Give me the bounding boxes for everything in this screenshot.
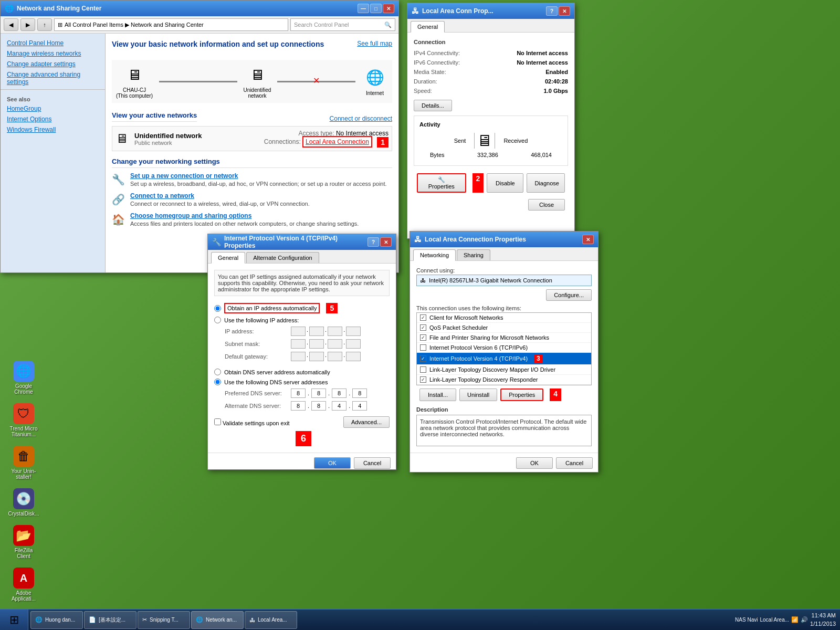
tcpip-help-button[interactable]: ? bbox=[368, 237, 379, 247]
activity-diagram: Sent 🖥 Received bbox=[419, 132, 562, 150]
tcpip-tab-alternate[interactable]: Alternate Configuration bbox=[246, 252, 319, 263]
taskbar-tray: NAS Navi Local Area... 📶 🔊 11:43 AM 1/11… bbox=[731, 612, 840, 628]
items-list: ✓ Client for Microsoft Networks ✓ QoS Pa… bbox=[416, 312, 592, 385]
tcpip-tab-general[interactable]: General bbox=[211, 252, 245, 264]
lac-props-ok-button[interactable]: OK bbox=[516, 457, 553, 469]
desktop-icon-trend-micro[interactable]: 🛡 Trend Micro Titanium... bbox=[5, 401, 42, 439]
ipv6-value: No Internet access bbox=[517, 59, 568, 66]
desktop-icon-google-chrome[interactable]: 🌐 Google Chrome bbox=[5, 359, 42, 397]
qos-label: QoS Packet Scheduler bbox=[429, 324, 488, 331]
lac-status-title-icon: 🖧 bbox=[412, 7, 419, 15]
step6-container: 6 bbox=[214, 431, 390, 446]
taskbar-network[interactable]: 🌐 Network an... bbox=[191, 611, 244, 629]
disable-button[interactable]: Disable bbox=[487, 173, 523, 193]
list-item-file-sharing[interactable]: ✓ File and Printer Sharing for Microsoft… bbox=[417, 333, 591, 343]
step3-badge: 3 bbox=[534, 354, 543, 363]
checkbox-qos[interactable]: ✓ bbox=[420, 324, 426, 331]
checkbox-file-sharing[interactable]: ✓ bbox=[420, 334, 426, 341]
desktop-icon-your-uninstaller[interactable]: 🗑 Your Unin-staller! bbox=[5, 444, 42, 482]
lac-props-properties-button[interactable]: Properties bbox=[500, 388, 543, 401]
checkbox-ipv6[interactable] bbox=[420, 344, 426, 351]
desktop-icons-container: 🌐 Google Chrome 🛡 Trend Micro Titanium..… bbox=[5, 359, 42, 604]
lac-props-cancel-button[interactable]: Cancel bbox=[556, 457, 593, 469]
bytes-row: Bytes 332,386 468,014 bbox=[419, 150, 562, 160]
properties-button[interactable]: 🔧 Properties bbox=[417, 173, 466, 193]
tcpip-cancel-button[interactable]: Cancel bbox=[354, 457, 391, 469]
tcpip-ok-button[interactable]: OK bbox=[314, 457, 351, 469]
list-item-client[interactable]: ✓ Client for Microsoft Networks bbox=[417, 313, 591, 323]
checkbox-client[interactable]: ✓ bbox=[420, 314, 426, 321]
connect-network-link[interactable]: Connect to a network bbox=[130, 192, 310, 200]
back-button[interactable]: ◀ bbox=[4, 18, 18, 31]
desktop-icon-filezilla[interactable]: 📂 FileZilla Client bbox=[5, 523, 42, 561]
configure-button[interactable]: Configure... bbox=[546, 289, 592, 301]
connections-row: Connections: Local Area Connection 1 bbox=[264, 137, 388, 148]
checkbox-lltd-mapper[interactable] bbox=[420, 366, 426, 373]
details-button[interactable]: Details... bbox=[414, 100, 452, 111]
desktop-icon-adobe[interactable]: A Adobe Applicati... bbox=[5, 565, 42, 604]
network-tray-icon[interactable]: 📶 bbox=[791, 616, 799, 623]
sidebar-control-panel-home[interactable]: Control Panel Home bbox=[1, 38, 105, 48]
start-button[interactable]: ⊞ bbox=[0, 610, 28, 631]
tcpip-close-button[interactable]: ✕ bbox=[380, 237, 392, 247]
diagnose-button[interactable]: Diagnose bbox=[527, 173, 565, 193]
list-item-lltd-responder[interactable]: ✓ Link-Layer Topology Discovery Responde… bbox=[417, 375, 591, 385]
local-area-connection-link[interactable]: Local Area Connection bbox=[302, 136, 372, 148]
lac-status-help-button[interactable]: ? bbox=[546, 6, 558, 16]
lac-status-close-button[interactable]: ✕ bbox=[559, 6, 570, 16]
lac-status-title: Local Area Conn Prop... bbox=[422, 7, 543, 15]
checkbox-ipv4[interactable]: ✓ bbox=[420, 355, 426, 362]
setup-connection-link[interactable]: Set up a new connection or network bbox=[130, 172, 387, 180]
sidebar-internet-options[interactable]: Internet Options bbox=[1, 114, 105, 124]
choose-homegroup-link[interactable]: Choose homegroup and sharing options bbox=[130, 212, 359, 219]
taskbar-local-area[interactable]: 🖧 Local Area... bbox=[245, 611, 297, 629]
taskbar-snipping[interactable]: ✂ Snipping T... bbox=[138, 611, 190, 629]
close-button[interactable]: ✕ bbox=[383, 4, 394, 13]
volume-tray-icon[interactable]: 🔊 bbox=[801, 616, 808, 623]
taskbar-ie[interactable]: 🌐 Huong dan... bbox=[30, 611, 83, 629]
manual-ip-radio[interactable] bbox=[214, 317, 221, 323]
maximize-button[interactable]: □ bbox=[370, 4, 382, 13]
tab-general[interactable]: General bbox=[411, 21, 445, 33]
sidebar-change-advanced-sharing[interactable]: Change advanced sharing settings bbox=[1, 69, 105, 87]
install-button[interactable]: Install... bbox=[419, 388, 456, 401]
subnet-seg-3 bbox=[328, 339, 342, 349]
desktop-icon-crystal-disk[interactable]: 💿 CrystalDisk... bbox=[5, 486, 42, 519]
sidebar-manage-wireless[interactable]: Manage wireless networks bbox=[1, 48, 105, 59]
full-map-link[interactable]: See full map bbox=[357, 40, 392, 47]
connect-network-icon: 🔗 bbox=[112, 193, 125, 206]
connect-disconnect-link[interactable]: Connect or disconnect bbox=[330, 115, 392, 122]
lac-props-close-button[interactable]: ✕ bbox=[582, 235, 594, 244]
up-button[interactable]: ↑ bbox=[37, 18, 52, 31]
lac-status-close-btn[interactable]: Close bbox=[528, 199, 565, 211]
manual-dns-radio[interactable] bbox=[214, 379, 221, 385]
tab-sharing[interactable]: Sharing bbox=[457, 249, 490, 260]
list-item-ipv4[interactable]: ✓ Internet Protocol Version 4 (TCP/IPv4)… bbox=[417, 353, 591, 365]
tab-networking[interactable]: Networking bbox=[413, 249, 456, 261]
manual-ip-label: Use the following IP address: bbox=[224, 317, 299, 323]
minimize-button[interactable]: — bbox=[358, 4, 369, 13]
auto-dns-radio[interactable] bbox=[214, 369, 221, 375]
list-item-lltd-mapper[interactable]: Link-Layer Topology Discovery Mapper I/O… bbox=[417, 365, 591, 375]
sidebar-homegroup[interactable]: HomeGroup bbox=[1, 103, 105, 114]
forward-button[interactable]: ▶ bbox=[20, 18, 35, 31]
list-item-ipv6[interactable]: Internet Protocol Version 6 (TCP/IPv6) bbox=[417, 343, 591, 353]
ipv4-label: IPv4 Connectivity: bbox=[414, 50, 460, 56]
checkbox-lltd-responder[interactable]: ✓ bbox=[420, 376, 426, 383]
setting-homegroup: 🏠 Choose homegroup and sharing options A… bbox=[112, 212, 392, 227]
network-type: Public network bbox=[134, 140, 258, 146]
advanced-button[interactable]: Advanced... bbox=[343, 416, 390, 428]
sidebar-change-adapter[interactable]: Change adapter settings bbox=[1, 59, 105, 69]
validate-checkbox[interactable] bbox=[214, 418, 221, 425]
alt-dns-4: 4 bbox=[352, 401, 367, 411]
uninstall-button[interactable]: Uninstall bbox=[459, 388, 497, 401]
auto-ip-radio[interactable] bbox=[214, 305, 221, 312]
sidebar-windows-firewall[interactable]: Windows Firewall bbox=[1, 124, 105, 135]
taskbar-unknown1[interactable]: 📄 [基本設定... bbox=[84, 611, 136, 629]
tcpip-controls: ? ✕ bbox=[368, 237, 392, 247]
validate-label: Validate settings upon exit bbox=[214, 418, 290, 426]
sent-bytes: 332,386 bbox=[477, 152, 498, 158]
search-box[interactable]: Search Control Panel 🔍 bbox=[290, 18, 395, 31]
list-item-qos[interactable]: ✓ QoS Packet Scheduler bbox=[417, 323, 591, 333]
breadcrumb: ⊞ All Control Panel Items ▶ Network and … bbox=[54, 18, 288, 31]
